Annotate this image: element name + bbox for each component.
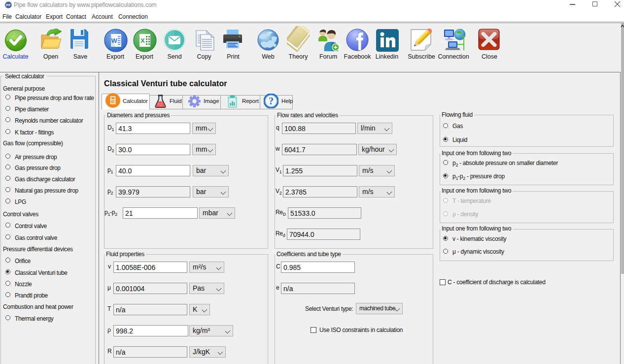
svg-text:PF: PF bbox=[6, 3, 11, 7]
svg-text:?: ? bbox=[269, 96, 274, 106]
svg-text:W: W bbox=[111, 37, 118, 44]
svg-text:X: X bbox=[140, 37, 145, 44]
